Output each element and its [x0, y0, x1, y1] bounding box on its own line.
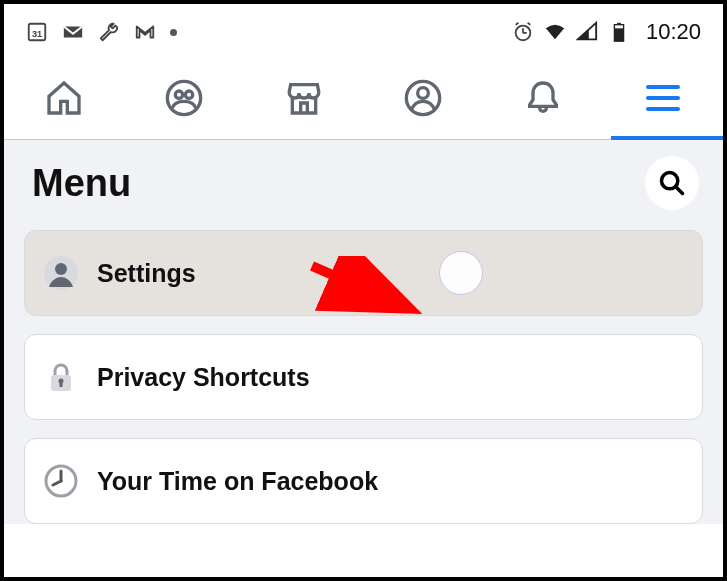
signal-icon: [576, 21, 598, 43]
tab-groups[interactable]: [124, 56, 244, 139]
menu-list: Settings Privacy Shortcuts Your Time on …: [4, 230, 723, 524]
wrench-icon: [98, 21, 120, 43]
settings-avatar-icon: [43, 255, 79, 291]
menu-item-your-time[interactable]: Your Time on Facebook: [24, 438, 703, 524]
clock-icon: [43, 463, 79, 499]
tap-ripple: [439, 251, 483, 295]
clock-time: 10:20: [646, 19, 701, 45]
menu-item-label: Privacy Shortcuts: [97, 363, 310, 392]
page-header: Menu: [4, 140, 723, 230]
status-right: 10:20: [512, 19, 701, 45]
mail-icon: [62, 21, 84, 43]
facebook-tab-bar: [4, 56, 723, 140]
alarm-icon: [512, 21, 534, 43]
hamburger-icon: [646, 85, 680, 111]
wifi-icon: [544, 21, 566, 43]
svg-line-6: [516, 23, 519, 25]
calendar-icon: 31: [26, 21, 48, 43]
svg-point-16: [418, 87, 429, 98]
tab-menu[interactable]: [603, 56, 723, 139]
menu-item-privacy-shortcuts[interactable]: Privacy Shortcuts: [24, 334, 703, 420]
menu-item-label: Settings: [97, 259, 196, 288]
status-left: 31: [26, 21, 177, 43]
gmail-icon: [134, 21, 156, 43]
tab-home[interactable]: [4, 56, 124, 139]
android-status-bar: 31 10:20: [4, 4, 723, 56]
more-notifications-dot: [170, 29, 177, 36]
svg-text:31: 31: [32, 29, 42, 39]
svg-point-14: [185, 91, 192, 98]
svg-rect-23: [60, 382, 63, 387]
svg-line-18: [676, 187, 683, 194]
svg-point-13: [175, 91, 182, 98]
lock-icon: [43, 359, 79, 395]
svg-point-20: [55, 263, 67, 275]
menu-item-settings[interactable]: Settings: [24, 230, 703, 316]
search-icon: [658, 169, 686, 197]
search-button[interactable]: [645, 156, 699, 210]
menu-item-label: Your Time on Facebook: [97, 467, 378, 496]
svg-line-7: [528, 23, 531, 25]
battery-icon: [608, 21, 630, 43]
svg-point-12: [167, 81, 200, 114]
tab-profile[interactable]: [363, 56, 483, 139]
page-title: Menu: [32, 162, 131, 205]
tab-marketplace[interactable]: [244, 56, 364, 139]
tab-notifications[interactable]: [483, 56, 603, 139]
